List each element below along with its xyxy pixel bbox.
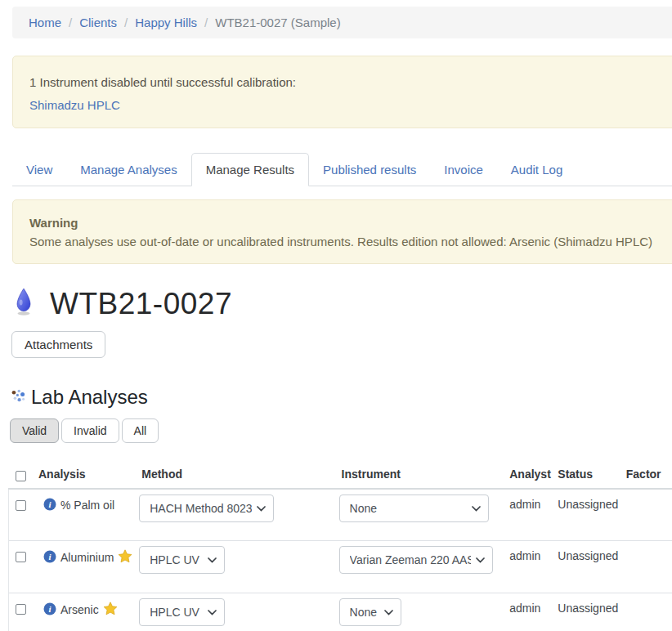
table-row: i % Palm oil HACH Method 8023 None [9, 489, 672, 541]
analyst-value: admin [503, 541, 551, 593]
breadcrumb-client-happy-hills[interactable]: Happy Hills [135, 16, 197, 29]
tab-invoice[interactable]: Invoice [430, 154, 497, 186]
breadcrumb: Home/Clients/Happy Hills/WTB21-0027 (Sam… [12, 7, 672, 38]
column-header-factor: Factor [620, 463, 672, 489]
tab-manage-analyses[interactable]: Manage Analyses [66, 154, 190, 186]
instrument-select[interactable]: Varian Zeeman 220 AAS [339, 546, 493, 574]
status-value: Unassigned [551, 593, 619, 631]
column-header-method: Method [135, 463, 334, 489]
analyst-value: admin [503, 489, 551, 541]
water-drop-icon [15, 288, 34, 320]
analyses-filter-buttons: Valid Invalid All [10, 418, 672, 443]
info-icon[interactable]: i [43, 550, 56, 566]
analyses-table: Analysis Method Instrument Analyst Statu… [8, 463, 672, 631]
breadcrumb-separator: / [204, 16, 208, 29]
status-value: Unassigned [551, 489, 619, 541]
table-row: i Aluminium HPLC UV [9, 541, 672, 593]
table-row: i Arsenic HPLC UV [9, 593, 672, 631]
instrument-select[interactable]: None [339, 495, 489, 522]
warning-alert-title: Warning [29, 214, 672, 231]
filter-valid-button[interactable]: Valid [10, 418, 59, 443]
row-checkbox[interactable] [16, 604, 26, 615]
tab-manage-results[interactable]: Manage Results [191, 153, 309, 186]
tab-published-results[interactable]: Published results [309, 154, 430, 186]
factor-value [620, 489, 672, 541]
factor-value [620, 593, 672, 631]
status-value: Unassigned [551, 541, 619, 593]
page-title-sample-id: WTB21-0027 [50, 287, 232, 321]
breadcrumb-clients[interactable]: Clients [79, 16, 117, 29]
instrument-select[interactable]: None [339, 598, 401, 626]
tab-audit-log[interactable]: Audit Log [497, 154, 576, 186]
analysis-name: Arsenic [60, 603, 99, 616]
tab-view[interactable]: View [12, 154, 66, 186]
method-select[interactable]: HACH Method 8023 [139, 495, 274, 522]
attachments-button[interactable]: Attachments [11, 331, 105, 358]
star-icon [118, 549, 132, 566]
column-header-instrument: Instrument [335, 463, 504, 489]
table-header-row: Analysis Method Instrument Analyst Statu… [9, 463, 672, 489]
lab-analyses-heading-row: Lab Analyses [11, 386, 672, 408]
info-icon[interactable]: i [43, 498, 56, 513]
calibration-alert-message: 1 Instrument disabled until successful c… [29, 74, 672, 91]
filter-all-button[interactable]: All [122, 418, 159, 443]
analyst-value: admin [503, 593, 551, 631]
calibration-alert: 1 Instrument disabled until successful c… [12, 56, 672, 128]
warning-alert-message: Some analyses use out-of-date or uncalib… [29, 233, 672, 250]
analyses-dots-icon [11, 388, 26, 406]
star-icon [103, 602, 118, 618]
column-header-status: Status [551, 463, 619, 489]
breadcrumb-separator: / [69, 16, 72, 29]
breadcrumb-separator: / [124, 16, 128, 29]
sample-title-row: WTB21-0027 [15, 285, 672, 323]
column-header-analysis: Analysis [32, 463, 135, 489]
method-select[interactable]: HPLC UV [139, 546, 225, 574]
select-all-checkbox[interactable] [16, 471, 26, 481]
row-checkbox[interactable] [16, 500, 26, 511]
instrument-link-shimadzu-hplc[interactable]: Shimadzu HPLC [29, 98, 120, 112]
lab-analyses-title: Lab Analyses [31, 386, 148, 409]
method-select[interactable]: HPLC UV [139, 598, 225, 626]
factor-value [620, 541, 672, 593]
warning-alert: Warning Some analyses use out-of-date or… [12, 199, 672, 264]
breadcrumb-current-sample: WTB21-0027 (Sample) [215, 16, 340, 29]
manage-results-page: Home/Clients/Happy Hills/WTB21-0027 (Sam… [0, 0, 672, 631]
analysis-name: % Palm oil [60, 499, 114, 512]
sample-tabs: View Manage Analyses Manage Results Publ… [12, 149, 672, 186]
row-checkbox[interactable] [16, 552, 26, 562]
info-icon[interactable]: i [43, 602, 56, 618]
column-header-analyst: Analyst [503, 463, 551, 489]
analysis-name: Aluminium [60, 551, 114, 564]
filter-invalid-button[interactable]: Invalid [61, 418, 119, 443]
breadcrumb-home[interactable]: Home [29, 16, 61, 29]
